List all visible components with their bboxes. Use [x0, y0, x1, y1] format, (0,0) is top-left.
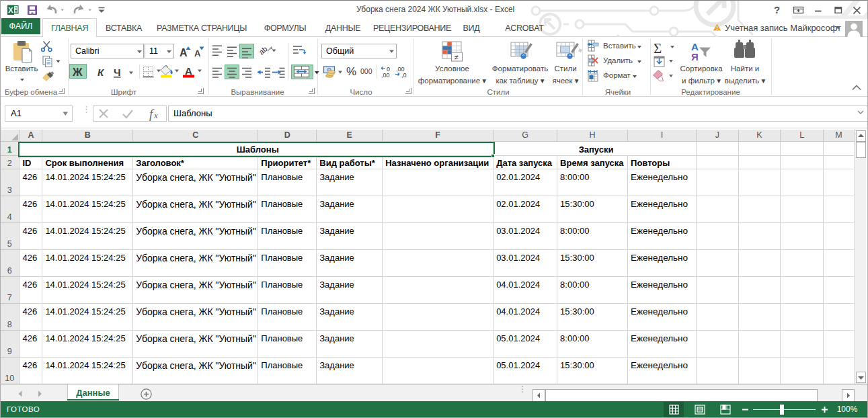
svg-text:ab: ab [258, 44, 269, 56]
svg-text:Ч: Ч [114, 67, 121, 78]
svg-text:А: А [180, 47, 188, 58]
svg-text:%: % [346, 65, 356, 78]
svg-text:≠: ≠ [455, 53, 459, 61]
svg-text:X: X [8, 6, 13, 14]
svg-text:x: x [153, 110, 158, 120]
svg-text:,00: ,00 [381, 72, 390, 79]
svg-text:000: 000 [360, 67, 372, 75]
svg-text:Ж: Ж [72, 67, 83, 78]
svg-text:Я: Я [691, 51, 699, 62]
svg-text:А: А [194, 48, 201, 58]
svg-text:К: К [97, 67, 105, 78]
svg-text:?: ? [774, 4, 780, 15]
svg-text:А: А [185, 65, 192, 77]
svg-text:,0: ,0 [401, 72, 407, 79]
svg-text:Σ: Σ [654, 40, 662, 56]
